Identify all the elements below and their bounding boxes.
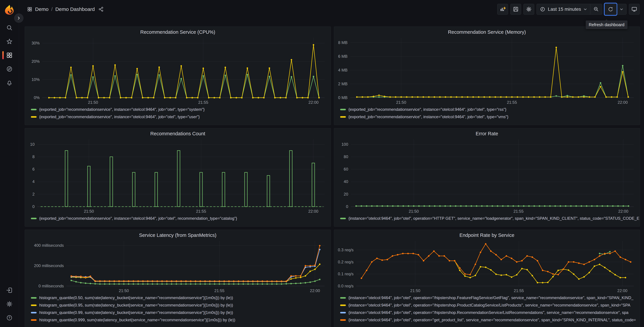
svg-text:21:50: 21:50 — [84, 209, 94, 214]
chart-cpu[interactable]: 21:5021:5522:000%10%20%30% — [26, 38, 329, 106]
series-1[interactable] — [70, 264, 320, 282]
sidebar-expand-button[interactable] — [14, 14, 24, 23]
svg-text:21:55: 21:55 — [214, 288, 224, 293]
svg-text:10%: 10% — [32, 77, 40, 82]
share-icon[interactable] — [98, 6, 104, 12]
legend-swatch — [340, 319, 346, 321]
panel-grid: Recommendation Service (CPU%)21:5021:552… — [25, 26, 640, 327]
series-3[interactable] — [70, 245, 320, 282]
legend-label: {exported_job="recommendationservice", i… — [39, 107, 205, 112]
svg-text:0.0 req/s: 0.0 req/s — [338, 284, 354, 288]
breadcrumb-page[interactable]: Demo Dashboard — [55, 6, 95, 12]
time-range-picker[interactable]: Last 15 minutes — [537, 4, 590, 14]
add-panel-button[interactable] — [497, 4, 508, 14]
panel-title: Recommendations Count — [150, 131, 205, 136]
svg-text:0: 0 — [346, 204, 348, 209]
sidebar-item-sign-in[interactable] — [4, 283, 15, 297]
bar-series[interactable] — [41, 150, 323, 207]
sidebar-item-configuration[interactable] — [4, 297, 15, 311]
chart-error-rate[interactable]: 21:5021:5522:00020406080100 — [336, 139, 638, 214]
svg-text:22:00: 22:00 — [618, 100, 628, 104]
panel-latency: Service Latency (from SpanMetrics)21:502… — [25, 230, 331, 327]
panel-title: Error Rate — [476, 131, 498, 136]
chart-memory[interactable]: 21:5021:5522:000 MB2 MB4 MB6 MB8 MB — [336, 38, 638, 106]
legend-item[interactable]: {exported_job="recommendationservice", i… — [31, 113, 331, 120]
legend-item[interactable]: {instance="otelcol:9464", job="otel", op… — [340, 215, 640, 222]
chart-area: 21:5021:5522:00020406080100 — [334, 139, 640, 214]
series-0[interactable] — [48, 74, 320, 98]
svg-text:6: 6 — [32, 167, 34, 172]
panel-header[interactable]: Recommendations Count — [25, 128, 331, 139]
legend-item[interactable]: {instance="otelcol:9464", job="otel", op… — [340, 316, 640, 324]
add-panel-icon — [500, 6, 506, 12]
panel-title: Service Latency (from SpanMetrics) — [139, 232, 216, 238]
legend-label: {exported_job="recommendationservice", i… — [348, 107, 506, 112]
legend-item[interactable]: {exported_job="recommendationservice", i… — [31, 215, 331, 222]
svg-text:21:50: 21:50 — [410, 288, 420, 293]
refresh-interval-dropdown[interactable] — [616, 4, 626, 14]
svg-text:21:55: 21:55 — [514, 288, 524, 293]
svg-text:8 MB: 8 MB — [338, 40, 347, 45]
legend-item[interactable]: {instance="otelcol:9464", job="otel", op… — [340, 302, 640, 309]
legend-item[interactable]: histogram_quantile(0.999, sum(rate(laten… — [31, 316, 331, 324]
legend-item[interactable]: {instance="otelcol:9464", job="otel", op… — [340, 294, 640, 302]
series-1[interactable] — [48, 44, 320, 98]
grafana-logo[interactable] — [4, 4, 15, 15]
chevron-down-icon — [620, 8, 623, 11]
chart-latency[interactable]: 21:5021:5522:000 milliseconds200 millise… — [26, 240, 329, 294]
legend-swatch — [31, 304, 36, 306]
panel-header[interactable]: Service Latency (from SpanMetrics) — [25, 230, 331, 240]
svg-text:10: 10 — [30, 142, 34, 146]
sidebar-item-explore[interactable] — [4, 62, 15, 76]
legend-swatch — [31, 218, 36, 219]
sidebar-item-dashboards[interactable] — [4, 48, 15, 62]
sidebar-item-starred[interactable] — [4, 34, 15, 48]
legend-item[interactable]: {exported_job="recommendationservice", i… — [340, 106, 640, 113]
svg-text:20%: 20% — [32, 59, 40, 64]
svg-text:0.3 req/s: 0.3 req/s — [338, 248, 354, 252]
star-icon — [6, 38, 13, 45]
breadcrumb-section[interactable]: Demo — [35, 6, 48, 12]
chart-count[interactable]: 21:5021:5522:000246810 — [26, 139, 329, 214]
panel-header[interactable]: Error Rate — [334, 128, 640, 139]
legend-item[interactable]: {exported_job="recommendationservice", i… — [340, 113, 640, 120]
legend-item[interactable]: histogram_quantile(0.50, sum(rate(latenc… — [31, 294, 331, 302]
svg-text:0%: 0% — [34, 95, 40, 100]
sidebar-item-help[interactable]: ? — [4, 311, 15, 325]
sidebar-item-search[interactable] — [4, 21, 15, 34]
series-1[interactable] — [454, 260, 626, 284]
breadcrumb: Demo / Demo Dashboard — [27, 6, 104, 12]
legend-label: {instance="otelcol:9464", job="otel", op… — [348, 303, 630, 308]
axes: 21:5021:5522:000 MB2 MB4 MB6 MB8 MB — [338, 38, 634, 104]
svg-text:0.2 req/s: 0.2 req/s — [338, 260, 354, 264]
compass-icon — [6, 66, 13, 72]
zoom-out-button[interactable] — [590, 4, 602, 14]
legend-item[interactable]: {exported_job="recommendationservice", i… — [31, 106, 331, 113]
series-0[interactable] — [356, 65, 629, 98]
series-2[interactable] — [70, 249, 320, 282]
legend: histogram_quantile(0.50, sum(rate(latenc… — [25, 294, 331, 324]
svg-text:21:55: 21:55 — [514, 209, 524, 214]
svg-text:0 milliseconds: 0 milliseconds — [38, 284, 64, 288]
legend-swatch — [31, 297, 36, 299]
panel-header[interactable]: Recommendation Service (CPU%) — [25, 27, 331, 38]
panel-header[interactable]: Endpoint Rate by Service — [334, 230, 640, 240]
refresh-button[interactable] — [605, 4, 616, 14]
panel-title: Recommendation Service (CPU%) — [140, 30, 215, 35]
series-1[interactable] — [356, 47, 629, 98]
sidebar-item-alerting[interactable] — [4, 76, 15, 90]
kiosk-mode-button[interactable] — [629, 4, 640, 14]
svg-text:22:00: 22:00 — [308, 209, 318, 214]
save-dashboard-button[interactable] — [510, 4, 521, 14]
svg-text:21:55: 21:55 — [198, 100, 208, 104]
dashboard-settings-button[interactable] — [524, 4, 534, 14]
legend-item[interactable]: histogram_quantile(0.99, sum(rate(latenc… — [31, 309, 331, 316]
legend-swatch — [31, 109, 36, 110]
legend-item[interactable]: {instance="otelcol:9464", job="otel", op… — [340, 309, 640, 316]
chart-endpoint-rate[interactable]: 21:5021:5522:000.0 req/s0.1 req/s0.2 req… — [336, 240, 638, 294]
chevron-right-icon — [17, 16, 21, 20]
chart-area: 21:5021:5522:000.0 req/s0.1 req/s0.2 req… — [334, 240, 640, 294]
svg-text:100: 100 — [341, 142, 348, 146]
legend-item[interactable]: histogram_quantile(0.95, sum(rate(latenc… — [31, 302, 331, 309]
legend-label: {instance="otelcol:9464", job="otel", op… — [348, 310, 628, 315]
